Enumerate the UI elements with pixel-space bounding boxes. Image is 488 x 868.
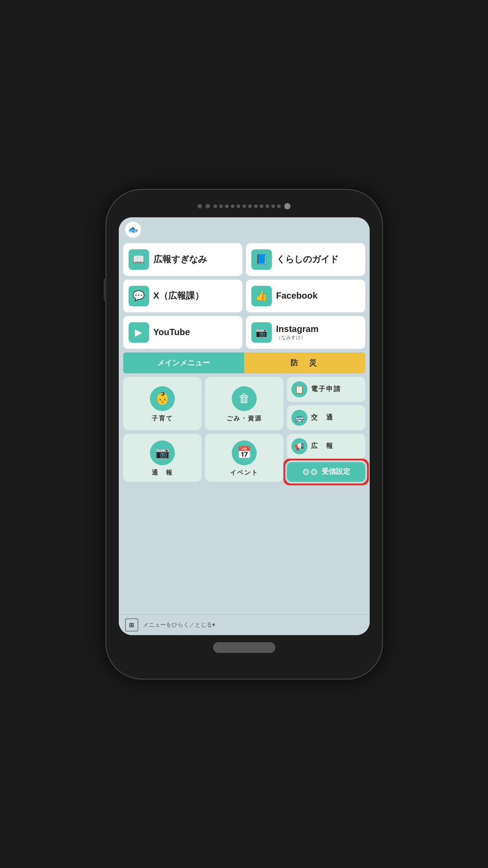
instagram-sub: （なみすけ） [276, 334, 306, 341]
kouhou2-label: 広 報 [311, 442, 334, 450]
phone-home-bar [119, 642, 370, 653]
settings-label: 受信設定 [322, 467, 350, 476]
kotsu-label: 交 通 [311, 413, 334, 422]
gomi-label: ごみ・資源 [226, 415, 262, 423]
right-column-2: 📢 広 報 ⚙⚙ 受信設定 [287, 434, 365, 482]
kouhou-icon: 📖 [129, 249, 149, 270]
facebook-label: Facebook [276, 291, 318, 301]
phone-device: 🐟 📖 広報すぎなみ 📘 くらしのガイド 💬 X（広報課） [106, 190, 382, 679]
guide-label: くらしのガイド [276, 253, 339, 265]
youtube-icon: ▶ [129, 322, 149, 343]
event-icon: 📅 [232, 440, 257, 465]
grid-cell-youtube[interactable]: ▶ YouTube [123, 316, 242, 349]
kotsu-icon: 🚌 [291, 410, 307, 426]
kouhou2-icon: 📢 [291, 438, 307, 454]
event-label: イベント [230, 469, 258, 477]
denshi-icon: 📋 [291, 381, 307, 397]
menu-toggle-label[interactable]: メニューをひらく／とじる▾ [143, 621, 215, 629]
tab-bar: メインメニュー 防 災 [123, 352, 365, 373]
facebook-icon: 👍 [251, 286, 272, 306]
top-dot-camera [284, 203, 290, 209]
menu-cell-kouhou2[interactable]: 📢 広 報 [287, 434, 365, 459]
instagram-labels: Instagram （なみすけ） [276, 324, 319, 341]
grid-cell-facebook[interactable]: 👍 Facebook [246, 280, 365, 312]
top-dot-1 [198, 204, 202, 208]
grid-area: 📖 広報すぎなみ 📘 くらしのガイド 💬 X（広報課） 👍 Facebook [119, 240, 370, 614]
app-logo: 🐟 [125, 222, 141, 238]
menu-cell-kotsu[interactable]: 🚌 交 通 [287, 405, 365, 430]
grid-cell-instagram[interactable]: 📷 Instagram （なみすけ） [246, 316, 365, 349]
twitter-label: X（広報課） [153, 290, 204, 302]
menu-toggle-icon[interactable]: ⊞ [125, 618, 138, 632]
gomi-icon: 🗑 [232, 386, 257, 411]
side-button-left [104, 279, 106, 301]
instagram-label: Instagram [276, 324, 319, 334]
grid-cell-guide[interactable]: 📘 くらしのガイド [246, 243, 365, 276]
instagram-icon: 📷 [251, 322, 272, 343]
twitter-icon: 💬 [129, 286, 149, 306]
right-column-1: 📋 電子申請 🚌 交 通 [287, 377, 365, 430]
app-header: 🐟 [119, 217, 370, 240]
home-bar [213, 642, 275, 653]
menu-row-2: 📷 通 報 📅 イベント 📢 広 報 ⚙⚙ [123, 434, 365, 482]
phone-screen: 🐟 📖 広報すぎなみ 📘 くらしのガイド 💬 X（広報課） [119, 217, 370, 635]
tab-disaster[interactable]: 防 災 [244, 352, 365, 373]
tsushin-label: 通 報 [152, 469, 173, 477]
phone-bottom-bar: ⊞ メニューをひらく／とじる▾ [119, 614, 370, 635]
top-dots-row [214, 204, 281, 208]
settings-icon: ⚙⚙ [302, 467, 318, 477]
main-grid: 📖 広報すぎなみ 📘 くらしのガイド 💬 X（広報課） 👍 Facebook [123, 243, 365, 349]
menu-cell-settings[interactable]: ⚙⚙ 受信設定 [287, 462, 365, 482]
menu-cell-kosodate[interactable]: 👶 子育て [123, 377, 202, 430]
top-dot-2 [206, 204, 210, 208]
guide-icon: 📘 [251, 249, 272, 270]
menu-cell-event[interactable]: 📅 イベント [205, 434, 283, 482]
youtube-label: YouTube [153, 327, 190, 337]
phone-top-bar [119, 203, 370, 209]
kouhou-label: 広報すぎなみ [153, 253, 207, 265]
kosodate-icon: 👶 [150, 386, 175, 411]
menu-cell-denshi[interactable]: 📋 電子申請 [287, 377, 365, 402]
menu-cell-gomi[interactable]: 🗑 ごみ・資源 [205, 377, 283, 430]
tsushin-icon: 📷 [150, 440, 175, 465]
tab-main-menu[interactable]: メインメニュー [123, 352, 244, 373]
grid-cell-twitter[interactable]: 💬 X（広報課） [123, 280, 242, 312]
grid-cell-kouhou[interactable]: 📖 広報すぎなみ [123, 243, 242, 276]
menu-cell-tsushin[interactable]: 📷 通 報 [123, 434, 202, 482]
denshi-label: 電子申請 [311, 385, 341, 393]
kosodate-label: 子育て [152, 415, 173, 423]
menu-row-1: 👶 子育て 🗑 ごみ・資源 📋 電子申請 🚌 交 通 [123, 377, 365, 430]
